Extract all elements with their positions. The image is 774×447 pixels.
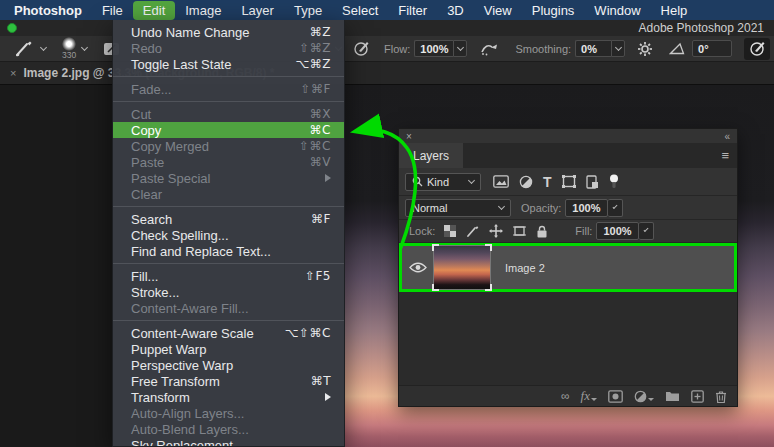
filter-shape-layers-icon[interactable] (562, 175, 576, 188)
menubar-item-select[interactable]: Select (332, 1, 388, 20)
menu-item-toggle-last-state[interactable]: Toggle Last State⌥⌘Z (113, 56, 344, 72)
menu-item-fill[interactable]: Fill...⇧F5 (113, 268, 344, 284)
menu-item-puppet-warp[interactable]: Puppet Warp (113, 341, 344, 357)
menu-item-content-aware-scale[interactable]: Content-Aware Scale⌥⇧⌘C (113, 325, 344, 341)
menu-item-auto-blend-layers: Auto-Blend Layers... (113, 421, 344, 437)
menu-item-paste-special: Paste Special (113, 170, 344, 186)
layer-filter-row: Kind T (399, 168, 737, 196)
menu-item-undo[interactable]: Undo Name Change⌘Z (113, 24, 344, 40)
menubar-item-edit[interactable]: Edit (133, 1, 175, 20)
opacity-dropdown[interactable] (608, 199, 623, 217)
blend-mode-row: Normal Opacity: 100% (399, 196, 737, 220)
flow-label: Flow: (384, 43, 410, 55)
chevron-down-icon[interactable] (81, 43, 88, 50)
opacity-label: Opacity: (521, 202, 561, 214)
fill-label: Fill: (575, 225, 592, 237)
link-layers-icon[interactable]: ∞ (561, 389, 570, 403)
filter-smart-objects-icon[interactable] (586, 175, 599, 189)
panel-menu-icon[interactable]: ≡ (713, 143, 737, 168)
gear-icon[interactable] (633, 41, 657, 57)
menu-item-auto-align-layers: Auto-Align Layers... (113, 405, 344, 421)
menu-item-paste: Paste⌘V (113, 154, 344, 170)
brush-tool-preset-icon[interactable] (10, 40, 38, 58)
lock-position-move-icon[interactable] (489, 224, 503, 238)
tab-layers[interactable]: Layers (399, 143, 463, 168)
menu-separator (113, 320, 344, 321)
menubar-item-photoshop[interactable]: Photoshop (4, 1, 92, 20)
fill-value[interactable]: 100% (596, 222, 638, 240)
layer-row-image2[interactable]: Image 2 (399, 243, 737, 292)
fill-dropdown[interactable] (639, 222, 654, 240)
menu-item-sky-replacement[interactable]: Sky Replacement... (113, 437, 344, 447)
menubar-item-view[interactable]: View (474, 1, 522, 20)
menu-item-search[interactable]: Search⌘F (113, 211, 344, 227)
pressure-opacity-icon[interactable] (349, 40, 374, 57)
menubar-item-3d[interactable]: 3D (437, 1, 474, 20)
filter-toggle-pin-icon[interactable] (609, 174, 619, 189)
smoothing-dropdown[interactable] (611, 40, 625, 57)
menu-item-free-transform[interactable]: Free Transform⌘T (113, 373, 344, 389)
menu-separator (113, 206, 344, 207)
menu-separator (113, 76, 344, 77)
menu-item-check-spelling[interactable]: Check Spelling... (113, 227, 344, 243)
lock-pixels-brush-icon[interactable] (466, 225, 479, 238)
filter-adjustment-layers-icon[interactable] (519, 175, 533, 189)
new-group-folder-icon[interactable] (665, 390, 680, 402)
brush-size-picker[interactable]: 330 (62, 37, 76, 60)
layer-thumbnail[interactable] (434, 246, 490, 289)
photoshop-window: Photoshop File Edit Image Layer Type Sel… (0, 0, 774, 447)
new-adjustment-layer-icon[interactable] (634, 390, 654, 403)
menubar-item-filter[interactable]: Filter (388, 1, 437, 20)
menu-item-find-replace[interactable]: Find and Replace Text... (113, 243, 344, 259)
menubar-item-help[interactable]: Help (651, 1, 698, 20)
submenu-arrow-icon (325, 174, 331, 182)
menu-item-copy[interactable]: Copy⌘C (113, 122, 344, 138)
tab-close-icon[interactable]: × (10, 67, 16, 79)
menubar-item-layer[interactable]: Layer (231, 1, 284, 20)
lock-row: Lock: Fill: 100% (399, 220, 737, 243)
menu-bar: Photoshop File Edit Image Layer Type Sel… (0, 0, 774, 20)
menubar-item-plugins[interactable]: Plugins (522, 1, 585, 20)
search-icon (412, 176, 423, 187)
smoothing-value[interactable]: 0% (575, 40, 611, 57)
menu-item-fade: Fade...⇧⌘F (113, 81, 344, 97)
add-layer-mask-icon[interactable] (608, 390, 623, 403)
window-green-dot[interactable] (7, 23, 17, 33)
menubar-item-file[interactable]: File (92, 1, 133, 20)
lock-all-icon[interactable] (536, 225, 548, 238)
layer-visibility-eye-icon[interactable] (402, 262, 434, 273)
layers-panel-header: × « (399, 129, 737, 143)
menubar-item-window[interactable]: Window (584, 1, 650, 20)
delete-layer-trash-icon[interactable] (715, 390, 727, 403)
lock-transparency-icon[interactable] (444, 225, 456, 237)
layers-empty-area (399, 292, 737, 385)
filter-pixel-layers-icon[interactable] (493, 175, 509, 188)
new-layer-icon[interactable] (691, 390, 704, 403)
menubar-item-type[interactable]: Type (284, 1, 332, 20)
layer-style-fx-icon[interactable]: fx (581, 388, 597, 404)
menu-item-stroke[interactable]: Stroke... (113, 284, 344, 300)
angle-value[interactable]: 0° (692, 40, 732, 57)
brush-angle-icon (665, 42, 689, 55)
menu-item-transform[interactable]: Transform (113, 389, 344, 405)
panel-close-icon[interactable]: × (406, 131, 412, 142)
menu-item-perspective-warp[interactable]: Perspective Warp (113, 357, 344, 373)
menu-item-clear: Clear (113, 186, 344, 202)
lock-label: Lock: (409, 225, 435, 237)
flow-dropdown[interactable] (453, 40, 467, 57)
layer-name[interactable]: Image 2 (505, 262, 545, 274)
blend-mode-select[interactable]: Normal (405, 199, 511, 217)
filter-kind-select[interactable]: Kind (405, 173, 481, 191)
lock-artboard-icon[interactable] (513, 225, 526, 237)
airbrush-icon[interactable] (476, 41, 503, 56)
opacity-value[interactable]: 100% (565, 199, 607, 217)
panel-collapse-icon[interactable]: « (724, 131, 730, 142)
filter-type-layers-icon[interactable]: T (543, 174, 552, 190)
pressure-size-toggle-icon[interactable] (744, 38, 770, 60)
app-title: Adobe Photoshop 2021 (639, 21, 764, 35)
chevron-down-icon[interactable] (40, 43, 47, 50)
smoothing-label: Smoothing: (515, 43, 571, 55)
menubar-item-image[interactable]: Image (175, 1, 231, 20)
layers-panel: × « Layers ≡ Kind T (398, 128, 738, 407)
flow-value[interactable]: 100% (414, 40, 453, 57)
